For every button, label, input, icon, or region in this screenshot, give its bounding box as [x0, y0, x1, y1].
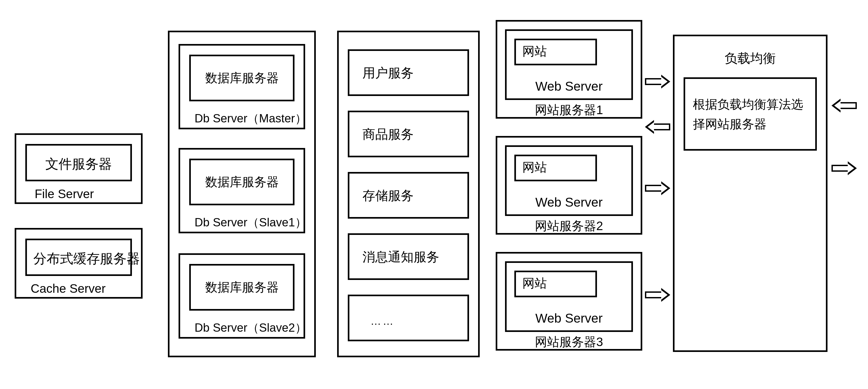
db-slave2-inner-zh: 数据库服务器 [189, 280, 294, 295]
arrow-web2-to-lb [645, 181, 670, 195]
web2-label: 网站服务器2 [496, 219, 642, 233]
web1-en: Web Server [505, 79, 633, 94]
svc1-label: 用户服务 [363, 65, 413, 81]
web2-site-zh: 网站 [522, 160, 547, 175]
web2-en: Web Server [505, 194, 633, 210]
lb-title: 负载均衡 [673, 51, 828, 66]
diagram-root: 文件服务器 File Server 分布式缓存服务器 Cache Server … [0, 0, 868, 389]
arrow-external-out [832, 161, 857, 175]
web3-label: 网站服务器3 [496, 335, 642, 349]
file-server-zh: 文件服务器 [45, 156, 112, 172]
db-slave2-label: Db Server（Slave2） [194, 321, 307, 335]
lb-desc: 根据负载均衡算法选择网站服务器 [693, 95, 807, 134]
cache-server-en: Cache Server [31, 281, 105, 296]
arrow-lb-to-web2 [645, 120, 670, 134]
web1-site-zh: 网站 [522, 44, 547, 59]
arrow-external-in [832, 99, 857, 113]
db-master-label: Db Server（Master） [194, 112, 307, 126]
svc4-label: 消息通知服务 [363, 249, 439, 265]
arrow-web3-to-lb [645, 288, 670, 302]
arrow-web1-to-lb [645, 74, 670, 89]
svc5-box [348, 295, 469, 341]
db-slave1-label: Db Server（Slave1） [194, 215, 307, 230]
web1-label: 网站服务器1 [496, 103, 642, 117]
svc2-label: 商品服务 [363, 127, 413, 142]
cache-server-zh: 分布式缓存服务器 [33, 250, 140, 267]
web3-en: Web Server [505, 310, 633, 326]
svc5-label: …… [370, 315, 395, 327]
db-slave1-inner-zh: 数据库服务器 [189, 175, 294, 189]
db-master-inner-zh: 数据库服务器 [189, 71, 294, 85]
file-server-en: File Server [35, 187, 94, 201]
web3-site-zh: 网站 [522, 276, 547, 291]
svc3-label: 存储服务 [363, 188, 413, 203]
